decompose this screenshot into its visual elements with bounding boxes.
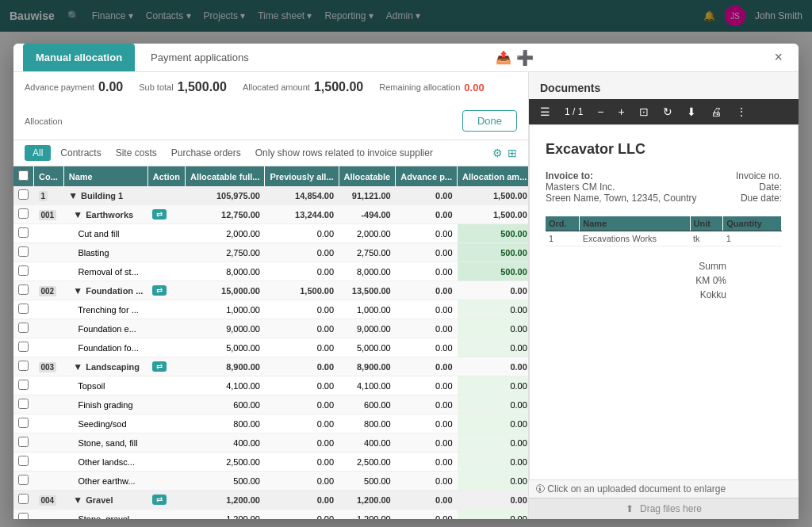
row-alloc-amt[interactable]: 0.00	[458, 395, 528, 414]
row-alloc-amt[interactable]: 0.00	[458, 472, 528, 491]
transfer-icon[interactable]: ⇄	[152, 285, 167, 296]
row-action[interactable]	[147, 433, 185, 453]
more-options-icon[interactable]: ⋮	[733, 104, 750, 120]
row-select[interactable]	[18, 494, 29, 504]
row-select[interactable]	[18, 380, 29, 390]
row-alloc-amt[interactable]: 0.00	[458, 338, 528, 357]
filter-purchase-orders-button[interactable]: Purchase orders	[167, 145, 246, 161]
close-button[interactable]: ×	[768, 46, 789, 69]
tab-payment-applications[interactable]: Payment applications	[138, 44, 262, 71]
select-all-checkbox[interactable]	[18, 170, 29, 181]
transfer-icon[interactable]: ⇄	[152, 361, 167, 372]
row-checkbox[interactable]	[13, 472, 34, 491]
row-checkbox[interactable]	[13, 357, 34, 376]
row-checkbox[interactable]	[13, 395, 34, 414]
upload-icon[interactable]: 📤	[496, 50, 511, 65]
expand-icon[interactable]: ▼	[68, 190, 78, 201]
expand-icon[interactable]: ▼	[73, 495, 82, 506]
row-alloc-amt[interactable]: 0.00	[458, 376, 528, 395]
row-select[interactable]	[18, 189, 29, 200]
columns-icon[interactable]: ⊞	[508, 147, 517, 159]
row-checkbox[interactable]	[13, 319, 34, 338]
row-alloc-amt[interactable]: 500.00	[458, 224, 528, 243]
row-alloc-amt[interactable]: 500.00	[458, 262, 528, 281]
done-button[interactable]: Done	[462, 110, 517, 132]
filter-site-costs-button[interactable]: Site costs	[111, 145, 162, 161]
row-checkbox[interactable]	[13, 433, 34, 453]
row-checkbox[interactable]	[13, 510, 34, 520]
row-checkbox[interactable]	[13, 243, 34, 262]
row-action[interactable]	[147, 186, 185, 205]
row-checkbox[interactable]	[13, 338, 34, 357]
row-select[interactable]	[18, 513, 29, 519]
expand-icon[interactable]: ▼	[73, 209, 82, 220]
row-select[interactable]	[18, 285, 29, 295]
row-select[interactable]	[18, 246, 29, 257]
row-action[interactable]	[147, 262, 185, 281]
row-alloc-amt[interactable]: 0.00	[458, 414, 528, 433]
tab-manual-allocation[interactable]: Manual allocation	[23, 44, 135, 71]
filter-all-button[interactable]: All	[25, 145, 51, 161]
drag-files-area[interactable]: ⬆ Drag files here	[529, 498, 799, 519]
row-action[interactable]	[147, 338, 185, 357]
row-alloc-amt[interactable]: 0.00	[458, 319, 528, 338]
row-action[interactable]: ⇄	[147, 491, 185, 510]
row-checkbox[interactable]	[13, 300, 34, 319]
row-action[interactable]: ⇄	[147, 281, 185, 300]
settings-icon[interactable]: ⚙	[492, 147, 503, 159]
row-checkbox[interactable]	[13, 186, 34, 205]
row-alloc-amt[interactable]: 500.00	[458, 243, 528, 262]
row-action[interactable]	[147, 319, 185, 338]
add-icon[interactable]: ➕	[516, 49, 534, 67]
row-alloc-amt[interactable]: 0.00	[458, 491, 528, 510]
row-checkbox[interactable]	[13, 262, 34, 281]
menu-icon[interactable]: ☰	[537, 104, 553, 120]
row-action[interactable]	[147, 243, 185, 262]
row-alloc-amt[interactable]: 0.00	[458, 357, 528, 376]
row-alloc-amt[interactable]: 1,500.00	[458, 186, 528, 205]
download-icon[interactable]: ⬇	[684, 104, 699, 120]
row-alloc-amt[interactable]: 0.00	[458, 510, 528, 520]
fit-page-icon[interactable]: ⊡	[636, 104, 652, 120]
expand-icon[interactable]: ▼	[73, 285, 82, 296]
row-action[interactable]	[147, 453, 185, 472]
row-select[interactable]	[18, 208, 29, 219]
print-icon[interactable]: 🖨	[707, 104, 725, 120]
row-checkbox[interactable]	[13, 205, 34, 224]
row-action[interactable]	[147, 414, 185, 433]
row-action[interactable]	[147, 300, 185, 319]
row-select[interactable]	[18, 437, 29, 447]
row-checkbox[interactable]	[13, 281, 34, 300]
row-action[interactable]	[147, 376, 185, 395]
row-select[interactable]	[18, 399, 29, 409]
filter-contracts-button[interactable]: Contracts	[56, 145, 105, 161]
row-checkbox[interactable]	[13, 414, 34, 433]
row-select[interactable]	[18, 323, 29, 333]
row-select[interactable]	[18, 418, 29, 428]
row-checkbox[interactable]	[13, 491, 34, 510]
row-checkbox[interactable]	[13, 453, 34, 472]
zoom-out-icon[interactable]: −	[594, 104, 607, 120]
row-action[interactable]: ⇄	[147, 205, 185, 224]
row-action[interactable]: ⇄	[147, 357, 185, 376]
row-select[interactable]	[18, 342, 29, 352]
rotate-icon[interactable]: ↻	[660, 104, 676, 120]
row-alloc-amt[interactable]: 0.00	[458, 300, 528, 319]
transfer-icon[interactable]: ⇄	[152, 495, 167, 505]
row-alloc-amt[interactable]: 1,500.00	[458, 205, 528, 224]
row-select[interactable]	[18, 227, 29, 238]
row-action[interactable]	[147, 510, 185, 520]
row-action[interactable]	[147, 224, 185, 243]
row-select[interactable]	[18, 265, 29, 276]
filter-invoice-supplier-button[interactable]: Only show rows related to invoice suppli…	[251, 145, 438, 161]
row-select[interactable]	[18, 361, 29, 371]
expand-icon[interactable]: ▼	[73, 361, 82, 372]
transfer-icon[interactable]: ⇄	[152, 209, 167, 220]
zoom-in-icon[interactable]: +	[615, 104, 628, 120]
row-alloc-amt[interactable]: 0.00	[458, 281, 528, 300]
row-alloc-amt[interactable]: 0.00	[458, 453, 528, 472]
row-alloc-amt[interactable]: 0.00	[458, 433, 528, 453]
row-select[interactable]	[18, 475, 29, 485]
allocation-table-container[interactable]: Co... Name Action Allocatable full... Pr…	[13, 166, 528, 519]
row-checkbox[interactable]	[13, 224, 34, 243]
